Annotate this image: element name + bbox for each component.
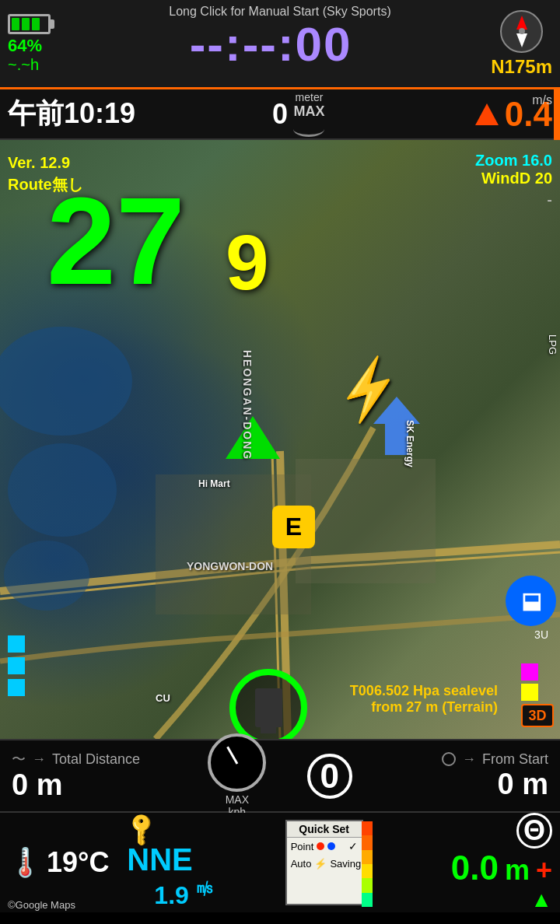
wind-direction-label: WindD 20 [475,170,552,187]
circle-marker-inner [255,688,282,727]
bluetooth-button[interactable]: ⬓ [506,576,556,626]
bottom-bar: 🌡️ 19°C 🔑 NNE 1.9 ㎧ Quick Set Point ✓ Au… [0,813,560,912]
altitude-unit: m [505,854,530,887]
battery-bar-1 [12,18,19,30]
top-bar: Long Click for Manual Start (Sky Sports)… [0,0,560,89]
temperature-value: 19°C [47,846,109,879]
qs-seg-3 [362,850,373,864]
distance-label: N175m [491,56,552,78]
wind-unit: ㎧ [196,879,213,898]
quickset-color-bar [362,821,373,907]
alt-heading-zero: Θ [516,813,552,849]
speedometer-needle [226,747,238,765]
place-heongan: HEONGAN-DONG [241,350,254,460]
altitude-value: 0.0 [451,849,499,887]
quickset-autosaving-label: Auto [291,858,312,870]
quickset-point-row[interactable]: Point ✓ [287,838,362,855]
max-icon [293,121,324,137]
blue-sq-3 [8,679,25,696]
wind-direction: NNE [127,842,192,877]
timer-display[interactable]: --:--:00 [51,16,491,72]
cu-label: CU [156,692,170,704]
total-distance-label-row: 〜 → Total Distance [12,750,140,768]
altitude-value-row: 0.0 m + [451,849,552,887]
battery-percent: 64% [8,36,42,56]
svg-point-1 [8,443,117,537]
qs-seg-5 [362,878,373,892]
blue-squares-indicator [8,635,25,696]
time-display: 午前10:19 [8,95,135,133]
e-marker: E [272,506,315,548]
max-label: MAX [293,103,324,120]
3d-button-area[interactable]: 3D [521,663,554,727]
svg-point-2 [4,541,89,611]
speed-up-triangle [475,103,499,125]
pressure-label: T006.502 Hpa sealevel from 27 m (Terrain… [350,683,498,716]
pressure-text: T006.502 Hpa sealevel [350,683,498,699]
quickset-autosaving-row[interactable]: Auto ⚡ Saving ✓ [287,855,362,872]
yellow-square-indicator [521,684,538,701]
blue-sq-2 [8,657,25,674]
from-start-arrow-icon: → [462,751,476,768]
from-start-label-row: → From Start [442,751,548,768]
bluetooth-label: 3U [534,628,548,641]
quickset-saving: Saving [330,858,361,870]
altitude-plus-icon: + [536,854,552,887]
wind-speed-number: 1.9 [154,881,188,909]
compass-center-dot [519,28,525,34]
speedometer-circle [208,733,266,792]
circle-marker [229,669,307,739]
arrow-right-icon: → [32,751,46,768]
qs-seg-4 [362,864,373,878]
pink-square-indicator [521,663,538,681]
wave-icon: 〜 [12,750,26,768]
hi-mart-label: Hi Mart [198,478,230,489]
qs-seg-6 [362,893,373,907]
altitude-triangle-icon: ▲ [530,887,552,912]
sk-energy-label: SK Energy [404,420,415,467]
ver-number: Ver. 12.9 [8,152,83,173]
quickset-point-label: Point [291,841,314,852]
status-bar: 午前10:19 meter MAX 0 m/s 0.4 [0,89,560,140]
map-area[interactable]: Ver. 12.9 Route無し Zoom 16.0 WindD 20 - 2… [0,140,560,739]
quickset-red-dot [317,842,324,850]
big-speed-sub-display: 9 [226,218,269,307]
quickset-blue-dot [327,842,335,850]
zoom-label: Zoom 16.0 [475,152,552,170]
qs-seg-2 [362,835,373,849]
total-distance-section: 〜 → Total Distance 0 m [12,750,167,802]
from-start-label-text: From Start [482,751,548,768]
total-distance-label: Total Distance [52,751,140,768]
speedometer: MAX kph [208,733,266,818]
svg-rect-4 [296,459,436,583]
temperature-section: 🌡️ 19°C [8,846,101,879]
total-distance-value: 0 m [12,768,62,802]
svg-point-0 [0,327,132,436]
click-hint: Long Click for Manual Start (Sky Sports) [169,5,390,19]
pressure-sub-text: from 27 m (Terrain) [350,699,498,716]
alt-heading-row: Θ [516,813,552,849]
3d-label[interactable]: 3D [521,704,554,727]
battery-section: 64% ~.~h [8,14,51,74]
big-speed-display: 27 [47,179,185,303]
compass-needle-south [516,33,527,47]
compass-icon[interactable] [500,10,543,53]
battery-bar-2 [22,18,30,30]
thermometer-icon: 🌡️ [8,846,43,879]
heading-indicator: 0 [272,98,288,131]
quickset-title: Quick Set [287,821,362,838]
from-start-section: → From Start 0 m [393,751,548,801]
quickset-panel[interactable]: Quick Set Point ✓ Auto ⚡ Saving ✓ [285,820,363,905]
orange-accent-bar [554,89,560,140]
wind-speed-value: 1.9 ㎧ [154,877,212,910]
battery-time: ~.~h [8,56,39,74]
zoom-info: Zoom 16.0 WindD 20 - [475,152,552,209]
compass-needle-north [516,16,527,30]
blue-sq-1 [8,635,25,653]
heading-mid-display: 0 [307,754,352,799]
meter-label: meter [296,91,324,103]
place-yongwon: YONGWON-DON [187,560,273,572]
meter-max-section: meter MAX [293,91,324,137]
top-right-section: N175m [491,10,552,78]
wind-section: 🔑 NNE 1.9 ㎧ [127,815,259,910]
